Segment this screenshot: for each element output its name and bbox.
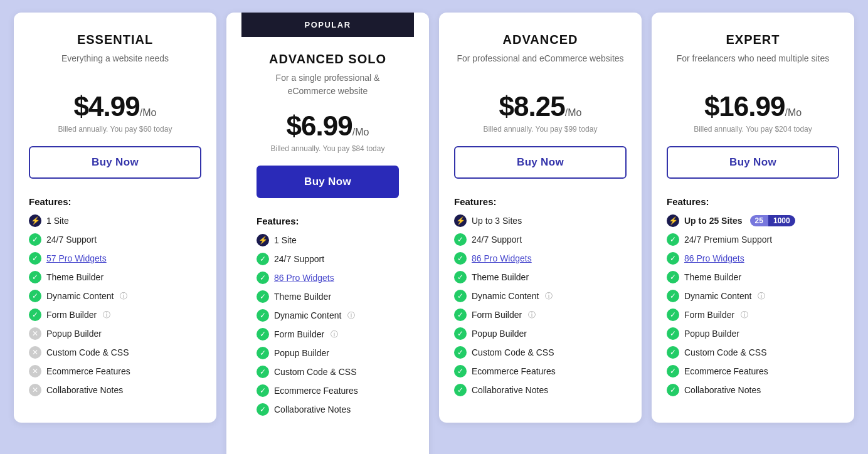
feature-text: Up to 3 Sites (472, 216, 522, 226)
feature-icon: ✓ (454, 309, 467, 321)
feature-link[interactable]: 86 Pro Widgets (684, 253, 744, 263)
feature-list: ⚡ Up to 3 Sites ✓ 24/7 Support ✓ 86 Pro … (454, 214, 627, 396)
plan-card-advanced: ADVANCEDFor professional and eCommerce w… (439, 13, 642, 423)
price-row: $16.99/Mo (667, 91, 839, 122)
plan-name: ADVANCED (454, 33, 627, 47)
feature-item: ✓ Popup Builder (454, 327, 627, 340)
feature-text: Ecommerce Features (472, 366, 556, 376)
feature-item: ✓ Dynamic Content ⓘ (667, 290, 839, 302)
plan-description: For professional and eCommerce websites (454, 52, 627, 78)
feature-icon: ⚡ (454, 214, 467, 227)
feature-link[interactable]: 57 Pro Widgets (46, 253, 107, 263)
info-icon: ⓘ (331, 329, 338, 340)
feature-item: ✓ 86 Pro Widgets (667, 252, 839, 265)
price-amount: $8.25 (499, 91, 565, 122)
feature-item: ✓ Collaborative Notes (257, 403, 399, 416)
price-row: $4.99/Mo (29, 91, 201, 122)
feature-item: ✕ Collaborative Notes (29, 384, 201, 396)
feature-item: ✓ Dynamic Content ⓘ (257, 309, 399, 322)
info-icon: ⓘ (103, 310, 110, 320)
plan-name: ESSENTIAL (29, 33, 201, 47)
feature-text: Form Builder (684, 310, 734, 320)
feature-list: ⚡ 1 Site ✓ 24/7 Support ✓ 86 Pro Widgets… (257, 234, 399, 416)
price-amount: $16.99 (704, 91, 785, 122)
feature-item: ✓ Theme Builder (667, 271, 839, 283)
feature-link[interactable]: 86 Pro Widgets (472, 253, 532, 263)
feature-icon: ✓ (29, 309, 41, 321)
info-icon: ⓘ (347, 310, 355, 321)
feature-item: ✓ Dynamic Content ⓘ (454, 290, 627, 302)
buy-button[interactable]: Buy Now (667, 146, 839, 179)
feature-item: ✓ Ecommerce Features (257, 384, 399, 397)
feature-link[interactable]: 86 Pro Widgets (274, 273, 334, 283)
feature-item: ✓ Form Builder ⓘ (667, 309, 839, 321)
features-label: Features: (667, 196, 839, 207)
feature-text: Ecommerce Features (46, 366, 130, 376)
price-amount: $4.99 (74, 91, 140, 122)
feature-text: Theme Builder (472, 272, 529, 282)
feature-text: Form Builder (274, 329, 324, 339)
price-amount: $6.99 (287, 110, 352, 141)
info-icon: ⓘ (545, 291, 553, 302)
pricing-container: ESSENTIALEverything a website needs $4.9… (14, 13, 854, 454)
billed-note: Billed annually. You pay $204 today (667, 125, 839, 134)
feature-item: ⚡ Up to 3 Sites (454, 214, 627, 227)
feature-icon: ⚡ (257, 234, 269, 246)
feature-icon: ✓ (454, 290, 467, 302)
feature-item: ✓ Popup Builder (667, 327, 839, 340)
billed-note: Billed annually. You pay $84 today (257, 144, 399, 153)
feature-item: ✕ Popup Builder (29, 327, 201, 340)
feature-icon: ✓ (454, 252, 467, 265)
feature-text: Collaborative Notes (472, 385, 548, 395)
plan-description: For freelancers who need multiple sites (667, 52, 839, 78)
feature-text: Theme Builder (274, 292, 331, 302)
feature-icon: ✓ (667, 290, 679, 302)
price-per: /Mo (140, 107, 157, 118)
feature-item: ✓ Theme Builder (29, 271, 201, 283)
feature-item: ✓ Theme Builder (257, 290, 399, 303)
feature-item: ⚡ 1 Site (257, 234, 399, 246)
feature-list: ⚡ Up to 25 Sites 25 1000 ✓ 24/7 Premium … (667, 214, 839, 396)
feature-icon: ✓ (29, 252, 41, 265)
feature-text: Ecommerce Features (684, 366, 768, 376)
price-per: /Mo (785, 107, 802, 118)
feature-text: Popup Builder (472, 329, 527, 339)
feature-icon: ✓ (257, 328, 269, 340)
feature-text: Custom Code & CSS (472, 347, 554, 357)
feature-icon: ✓ (29, 233, 41, 246)
feature-text: Collaborative Notes (46, 385, 123, 395)
feature-icon: ✕ (29, 365, 41, 377)
feature-text: Dynamic Content (46, 291, 114, 301)
feature-text: Dynamic Content (684, 291, 751, 301)
billed-note: Billed annually. You pay $99 today (454, 125, 627, 134)
feature-icon: ✓ (29, 290, 41, 302)
buy-button[interactable]: Buy Now (454, 146, 627, 179)
feature-icon: ✓ (667, 327, 679, 340)
plan-name: EXPERT (667, 33, 839, 47)
plan-card-advanced-solo: POPULARADVANCED SOLOFor a single profess… (226, 13, 429, 454)
feature-text: Custom Code & CSS (274, 367, 357, 377)
features-label: Features: (29, 196, 201, 207)
feature-icon: ✓ (257, 272, 269, 284)
feature-icon: ✓ (257, 309, 269, 322)
feature-icon: ✓ (29, 271, 41, 283)
info-icon: ⓘ (120, 291, 127, 302)
buy-button[interactable]: Buy Now (257, 166, 399, 198)
feature-text: Theme Builder (684, 272, 741, 282)
feature-item: ⚡ Up to 25 Sites 25 1000 (667, 214, 839, 227)
feature-icon: ✓ (667, 365, 679, 377)
feature-item: ✓ 24/7 Support (29, 233, 201, 246)
feature-text: Up to 25 Sites (684, 216, 743, 226)
feature-item: ✓ Form Builder ⓘ (257, 328, 399, 340)
plan-description: Everything a website needs (29, 52, 201, 78)
plan-card-essential: ESSENTIALEverything a website needs $4.9… (14, 13, 216, 423)
feature-icon: ✓ (257, 366, 269, 378)
price-per: /Mo (565, 107, 582, 118)
buy-button[interactable]: Buy Now (29, 146, 201, 179)
feature-item: ⚡ 1 Site (29, 214, 201, 227)
feature-icon: ✓ (454, 327, 467, 340)
feature-item: ✕ Ecommerce Features (29, 365, 201, 377)
feature-text: Collaborative Notes (274, 404, 351, 414)
billed-note: Billed annually. You pay $60 today (29, 125, 201, 134)
feature-text: Theme Builder (46, 272, 103, 282)
